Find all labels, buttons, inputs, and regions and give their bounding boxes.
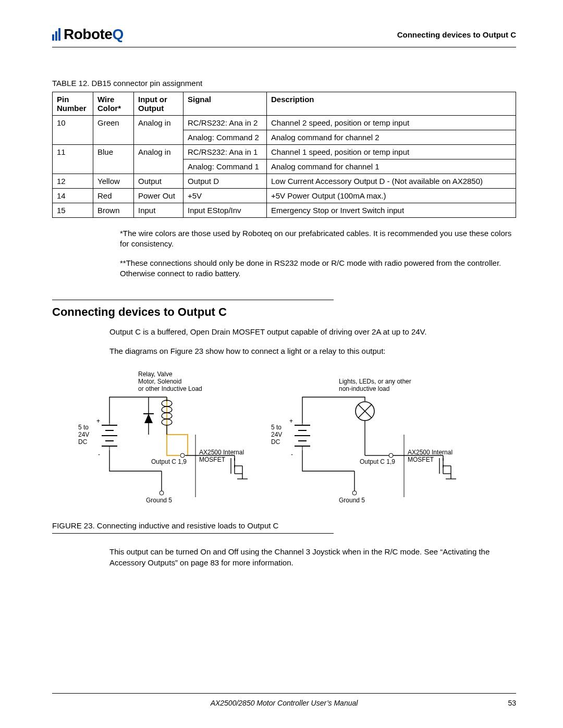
running-header-title: Connecting devices to Output C [397, 30, 516, 39]
cell: Low Current Accessory Output D - (Not av… [267, 174, 516, 189]
left-mosfet-1: AX2500 Internal [199, 449, 244, 456]
table-row: 14 Red Power Out +5V +5V Power Output (1… [53, 189, 516, 203]
cell: 14 [53, 189, 93, 203]
footnote-2: **These connections should only be done … [120, 258, 516, 279]
right-plus: + [289, 417, 293, 425]
footer-page: 53 [508, 699, 516, 707]
figure-23: Relay, Valve Motor, Solenoid or other In… [78, 367, 516, 515]
table-row: 11 Blue Analog in RC/RS232: Ana in 1 Cha… [53, 145, 516, 159]
diode-icon [143, 397, 154, 435]
cell: Output D [183, 174, 267, 189]
cell: Channel 1 speed, position or temp input [267, 145, 516, 159]
table-footnotes: *The wire colors are those used by Robot… [120, 228, 516, 279]
right-load-label-2: non-inductive load [339, 385, 389, 392]
cell: 11 [53, 145, 93, 174]
left-load-label-3: or other Inductive Load [138, 385, 202, 392]
footnote-1: *The wire colors are those used by Robot… [120, 228, 516, 250]
cell: RC/RS232: Ana in 2 [183, 116, 267, 130]
svg-marker-8 [144, 414, 153, 423]
right-outc: Output C 1,9 [360, 458, 395, 465]
cell: Analog in [134, 145, 183, 174]
table-caption: TABLE 12. DB15 connector pin assignment [52, 79, 516, 88]
table-row: 10 Green Analog in RC/RS232: Ana in 2 Ch… [53, 116, 516, 130]
section-title: Connecting devices to Output C [52, 305, 516, 319]
right-v-2: 24V [271, 431, 282, 438]
th-signal: Signal [183, 92, 267, 116]
cell: 10 [53, 116, 93, 145]
cell: Analog command for channel 2 [267, 130, 516, 145]
th-desc: Description [267, 92, 516, 116]
th-io: Input or Output [134, 92, 183, 116]
section-body-after: This output can be turned On and Off usi… [109, 546, 516, 568]
cell: Analog: Command 1 [183, 159, 267, 174]
svg-point-52 [352, 491, 357, 495]
brand-name: RoboteQ [64, 26, 124, 43]
section-p1: Output C is a buffered, Open Drain MOSFE… [109, 326, 516, 337]
svg-point-25 [160, 491, 164, 495]
figure-caption: FIGURE 23. Connecting inductive and resi… [52, 521, 516, 530]
cell: Emergency Stop or Invert Switch input [267, 203, 516, 218]
cell: Input EStop/Inv [183, 203, 267, 218]
cell: +5V [183, 189, 267, 203]
right-mosfet-1: AX2500 Internal [408, 449, 452, 456]
mosfet-icon [231, 455, 248, 479]
left-load-label-2: Motor, Solenoid [138, 378, 181, 385]
section-rule [52, 300, 334, 300]
left-plus: + [96, 417, 100, 425]
left-v-1: 5 to [78, 424, 89, 431]
section-body: Output C is a buffered, Open Drain MOSFE… [109, 326, 516, 356]
page-footer: AX2500/2850 Motor Controller User’s Manu… [52, 693, 516, 707]
right-mosfet-2: MOSFET [408, 456, 434, 463]
left-load-label-1: Relay, Valve [138, 371, 173, 378]
right-minus: - [291, 451, 293, 458]
cell: Input [134, 203, 183, 218]
right-v-1: 5 to [271, 424, 282, 431]
figure-rule [52, 533, 334, 534]
svg-point-38 [389, 453, 393, 458]
brand-logo: RoboteQ [52, 26, 124, 43]
cell: Green [93, 116, 134, 145]
cell: Output [134, 174, 183, 189]
cell: +5V Power Output (100mA max.) [267, 189, 516, 203]
footer-title: AX2500/2850 Motor Controller User’s Manu… [211, 699, 358, 707]
left-outc: Output C 1,9 [151, 458, 187, 465]
page-header: RoboteQ Connecting devices to Output C [52, 26, 516, 47]
cell: Analog command for channel 1 [267, 159, 516, 174]
cell: Yellow [93, 174, 134, 189]
section-p3: This output can be turned On and Off usi… [109, 546, 516, 568]
th-pin: Pin Number [53, 92, 93, 116]
left-v-3: DC [78, 438, 88, 446]
pin-assignment-table: Pin Number Wire Color* Input or Output S… [52, 92, 516, 218]
left-gnd: Ground 5 [146, 497, 172, 504]
cell: Power Out [134, 189, 183, 203]
left-mosfet-2: MOSFET [199, 456, 226, 463]
cell: Analog: Command 2 [183, 130, 267, 145]
cell: 15 [53, 203, 93, 218]
cell: Analog in [134, 116, 183, 145]
cell: Channel 2 speed, position or temp input [267, 116, 516, 130]
mosfet-icon [439, 455, 456, 479]
cell: Blue [93, 145, 134, 174]
circuit-diagram-icon: Relay, Valve Motor, Solenoid or other In… [78, 367, 506, 513]
section-p2: The diagrams on Figure 23 show how to co… [109, 346, 516, 356]
lamp-icon [356, 402, 374, 421]
left-minus: - [98, 451, 100, 458]
cell: 12 [53, 174, 93, 189]
table-row: 15 Brown Input Input EStop/Inv Emergency… [53, 203, 516, 218]
cell: Red [93, 189, 134, 203]
cell: Brown [93, 203, 134, 218]
logo-bars-icon [52, 28, 62, 41]
table-row: 12 Yellow Output Output D Low Current Ac… [53, 174, 516, 189]
right-v-3: DC [271, 438, 280, 446]
th-wire: Wire Color* [93, 92, 134, 116]
right-load-label-1: Lights, LEDs, or any other [339, 378, 411, 385]
cell: RC/RS232: Ana in 1 [183, 145, 267, 159]
svg-point-12 [180, 453, 185, 458]
left-v-2: 24V [78, 431, 89, 438]
right-gnd: Ground 5 [339, 497, 365, 504]
